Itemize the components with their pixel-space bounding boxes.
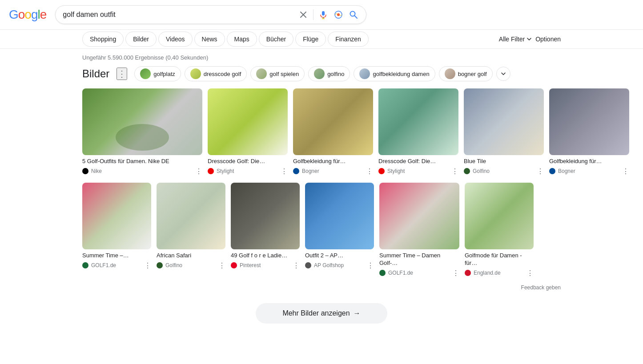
source-more-button-3[interactable]: ⋮ — [366, 167, 373, 176]
tab-shopping[interactable]: Shopping — [82, 32, 124, 47]
arrow-right-icon: → — [354, 309, 361, 317]
header: Google — [0, 0, 643, 30]
source-favicon-11 — [379, 270, 386, 276]
tab-fluege[interactable]: Flüge — [295, 32, 326, 47]
image-title-2: Dresscode Golf: Die… — [208, 158, 288, 165]
source-more-button-11[interactable]: ⋮ — [452, 269, 459, 277]
image-source-9: Pinterest ⋮ — [231, 261, 300, 270]
source-more-button-7[interactable]: ⋮ — [144, 261, 151, 270]
source-more-button-6[interactable]: ⋮ — [622, 167, 629, 176]
source-favicon-8 — [157, 262, 163, 268]
image-caption-11: Summer Time – Damen Golf-… GOLF1.de ⋮ — [379, 252, 459, 277]
image-card-11[interactable]: Summer Time – Damen Golf-… GOLF1.de ⋮ — [379, 183, 459, 277]
source-favicon-10 — [305, 262, 311, 268]
nav-filters: Alle Filter Optionen — [499, 36, 561, 43]
image-title-8: African Safari — [157, 252, 225, 260]
nav-tabs: Shopping Bilder Videos News Maps Bücher … — [0, 30, 643, 49]
image-card-12[interactable]: Golfmode für Damen - für… England.de ⋮ — [465, 183, 534, 277]
image-source-12: England.de ⋮ — [465, 269, 534, 277]
google-logo[interactable]: Google — [9, 8, 46, 22]
image-thumb-7 — [82, 183, 151, 249]
image-card-10[interactable]: Outfit 2 – AP… AP Golfshop ⋮ — [305, 183, 374, 277]
search-icon — [349, 10, 358, 19]
image-card-8[interactable]: African Safari Golfino ⋮ — [157, 183, 225, 277]
chip-golfino[interactable]: golfino — [308, 66, 350, 81]
image-card-2[interactable]: Dresscode Golf: Die… Stylight ⋮ — [208, 88, 288, 176]
feedback: Feedback geben — [0, 284, 643, 294]
image-caption-1: 5 Golf-Outfits für Damen. Nike DE Nike ⋮ — [82, 158, 202, 176]
bilder-chips: golfplatz dresscode golf golf spielen go… — [134, 66, 510, 81]
image-card-7[interactable]: Summer Time –… GOLF1.de ⋮ — [82, 183, 151, 277]
image-caption-4: Dresscode Golf: Die… Stylight ⋮ — [378, 158, 458, 176]
image-thumb-5 — [464, 88, 544, 155]
source-favicon-9 — [231, 262, 237, 268]
chip-golfspielen[interactable]: golf spielen — [250, 66, 305, 81]
search-button[interactable] — [348, 9, 359, 20]
source-name-9: Pinterest — [240, 262, 261, 268]
image-title-3: Golfbekleidung für… — [293, 158, 373, 165]
divider — [313, 9, 313, 20]
source-more-button-8[interactable]: ⋮ — [218, 261, 225, 270]
source-favicon-12 — [465, 270, 471, 276]
source-more-button-4[interactable]: ⋮ — [451, 167, 458, 176]
image-caption-6: Golfbekleidung für… Bogner ⋮ — [549, 158, 629, 176]
bilder-header: Bilder ⋮ golfplatz dresscode golf golf s… — [82, 66, 561, 81]
lens-button[interactable] — [333, 9, 344, 20]
image-caption-9: 49 Golf f o r e Ladie… Pinterest ⋮ — [231, 252, 300, 270]
image-source-10: AP Golfshop ⋮ — [305, 261, 374, 270]
image-thumb-6 — [549, 88, 629, 155]
alle-filter-button[interactable]: Alle Filter — [499, 36, 532, 43]
chips-expand-button[interactable] — [496, 67, 510, 81]
chevron-down-icon — [500, 71, 506, 77]
source-name-5: Golfino — [473, 168, 490, 174]
image-card-4[interactable]: Dresscode Golf: Die… Stylight ⋮ — [378, 88, 458, 176]
search-input[interactable] — [63, 11, 294, 19]
mehr-bilder-button[interactable]: Mehr Bilder anzeigen → — [256, 303, 387, 324]
results-info: Ungefähr 5.590.000 Ergebnisse (0,40 Seku… — [0, 49, 643, 66]
source-more-button-10[interactable]: ⋮ — [367, 261, 374, 270]
search-icons — [298, 9, 359, 20]
image-thumb-4 — [378, 88, 458, 155]
chip-dresscode[interactable]: dresscode golf — [185, 66, 247, 81]
image-source-11: GOLF1.de ⋮ — [379, 269, 459, 277]
image-card-3[interactable]: Golfbekleidung für… Bogner ⋮ — [293, 88, 373, 176]
image-card-1[interactable]: 5 Golf-Outfits für Damen. Nike DE Nike ⋮ — [82, 88, 202, 176]
voice-search-button[interactable] — [318, 9, 329, 20]
source-favicon-1 — [82, 168, 88, 174]
source-more-button-12[interactable]: ⋮ — [526, 269, 534, 277]
source-name-4: Stylight — [387, 168, 405, 174]
source-favicon-4 — [378, 168, 385, 174]
chip-avatar — [256, 68, 267, 79]
image-thumb-3 — [293, 88, 373, 155]
close-icon — [299, 10, 308, 19]
tab-maps[interactable]: Maps — [227, 32, 257, 47]
chip-golfbekleidung[interactable]: golfbekleidung damen — [354, 66, 435, 81]
clear-button[interactable] — [298, 9, 309, 20]
source-name-8: Golfino — [165, 262, 182, 268]
source-more-button-5[interactable]: ⋮ — [537, 167, 544, 176]
bilder-more-button[interactable]: ⋮ — [117, 68, 127, 80]
camera-icon — [334, 10, 343, 19]
image-thumb-12 — [465, 183, 534, 249]
image-card-9[interactable]: 49 Golf f o r e Ladie… Pinterest ⋮ — [231, 183, 300, 277]
image-card-6[interactable]: Golfbekleidung für… Bogner ⋮ — [549, 88, 629, 176]
tab-news[interactable]: News — [194, 32, 225, 47]
tab-bilder[interactable]: Bilder — [125, 32, 157, 47]
source-more-button-1[interactable]: ⋮ — [195, 167, 202, 176]
image-card-5[interactable]: Blue Tile Golfino ⋮ — [464, 88, 544, 176]
chip-golfplatz[interactable]: golfplatz — [134, 66, 181, 81]
source-name-1: Nike — [91, 168, 102, 174]
source-more-button-9[interactable]: ⋮ — [293, 261, 300, 270]
svg-rect-2 — [322, 11, 325, 16]
tab-buecher[interactable]: Bücher — [259, 32, 293, 47]
image-thumb-1 — [82, 88, 202, 155]
svg-point-9 — [116, 124, 169, 151]
chip-bogner[interactable]: bogner golf — [439, 66, 493, 81]
source-name-11: GOLF1.de — [388, 270, 413, 276]
tab-videos[interactable]: Videos — [158, 32, 193, 47]
optionen-button[interactable]: Optionen — [535, 36, 561, 43]
tab-finanzen[interactable]: Finanzen — [328, 32, 369, 47]
source-name-2: Stylight — [217, 168, 234, 174]
source-more-button-2[interactable]: ⋮ — [281, 167, 288, 176]
golf-image-1 — [82, 88, 202, 155]
